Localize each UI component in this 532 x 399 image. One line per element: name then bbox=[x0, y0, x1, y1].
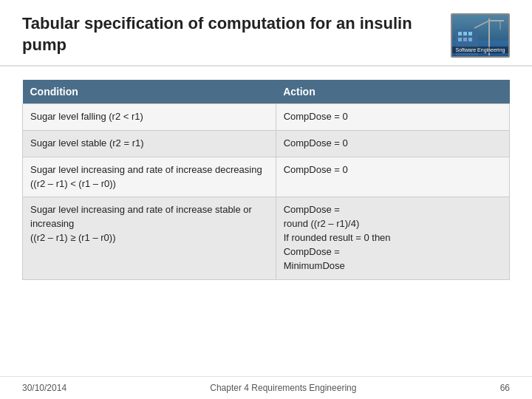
svg-rect-8 bbox=[458, 32, 462, 35]
footer-date: 30/10/2014 bbox=[22, 383, 66, 393]
footer-page: 66 bbox=[500, 383, 510, 393]
table-wrapper: Condition Action Sugar level falling (r2… bbox=[22, 80, 510, 369]
svg-rect-10 bbox=[468, 32, 472, 35]
action-cell: CompDose = 0 bbox=[276, 157, 509, 197]
header-image: Software Engineering bbox=[451, 13, 510, 58]
image-caption: Software Engineering bbox=[452, 47, 508, 53]
svg-rect-13 bbox=[468, 38, 472, 41]
condition-cell: Sugar level stable (r2 = r1) bbox=[23, 130, 276, 157]
specification-table: Condition Action Sugar level falling (r2… bbox=[22, 80, 510, 280]
condition-cell: Sugar level increasing and rate of incre… bbox=[23, 157, 276, 197]
table-row: Sugar level increasing and rate of incre… bbox=[23, 157, 510, 197]
condition-header: Condition bbox=[23, 80, 276, 104]
action-cell: CompDose = 0 bbox=[276, 104, 509, 131]
slide-title: Tabular specification of computation for… bbox=[22, 13, 451, 55]
action-cell: CompDose = 0 bbox=[276, 130, 509, 157]
header-image-inner: Software Engineering bbox=[452, 15, 508, 56]
action-header: Action bbox=[276, 80, 509, 104]
condition-cell: Sugar level increasing and rate of incre… bbox=[23, 197, 276, 279]
table-row: Sugar level increasing and rate of incre… bbox=[23, 197, 510, 279]
svg-rect-9 bbox=[463, 32, 467, 35]
condition-cell: Sugar level falling (r2 < r1) bbox=[23, 104, 276, 131]
svg-rect-12 bbox=[463, 38, 467, 41]
table-row: Sugar level stable (r2 = r1)CompDose = 0 bbox=[23, 130, 510, 157]
slide-footer: 30/10/2014 Chapter 4 Requirements Engine… bbox=[0, 376, 532, 399]
svg-rect-11 bbox=[458, 38, 462, 41]
footer-chapter: Chapter 4 Requirements Engineering bbox=[210, 383, 356, 393]
header: Tabular specification of computation for… bbox=[0, 0, 532, 66]
action-cell: CompDose = round ((r2 – r1)/4) If rounde… bbox=[276, 197, 509, 279]
table-row: Sugar level falling (r2 < r1)CompDose = … bbox=[23, 104, 510, 131]
main-content: Condition Action Sugar level falling (r2… bbox=[0, 66, 532, 376]
table-header-row: Condition Action bbox=[23, 80, 510, 104]
slide: Tabular specification of computation for… bbox=[0, 0, 532, 399]
